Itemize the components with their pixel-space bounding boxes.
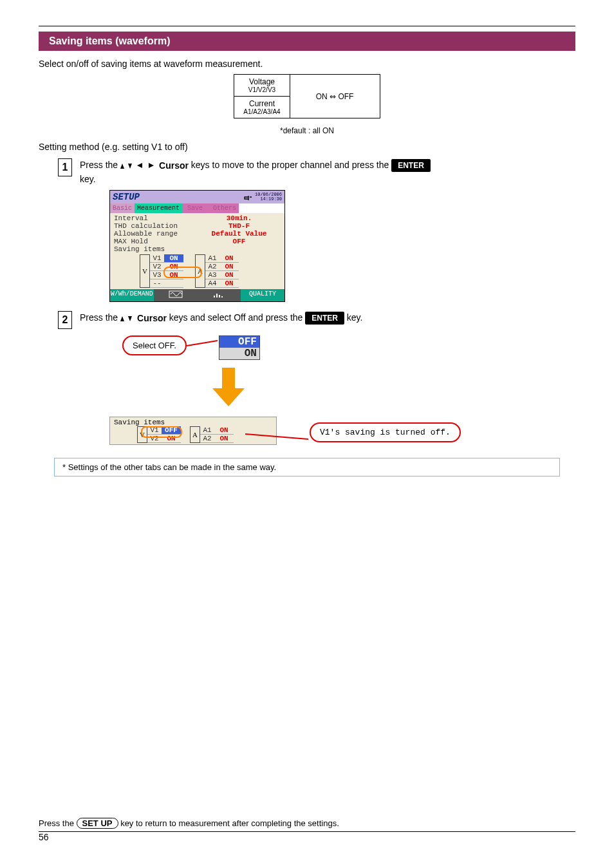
row-allow-value: Default Value (198, 230, 281, 238)
setup-key: SET UP (77, 818, 118, 829)
step-1: 1 Press the Cursor keys to move to the p… (58, 158, 575, 186)
result-a1-state: ON (214, 426, 234, 434)
method-label: Setting method (e.g. setting V1 to off) (39, 142, 575, 152)
wave-icon (169, 290, 183, 298)
row-max-label: MAX Hold (114, 238, 198, 245)
footer-btn-4[interactable]: QUALITY (241, 289, 284, 301)
svg-rect-8 (221, 296, 223, 297)
footer-btn-1[interactable]: W/Wh/DEMAND (110, 289, 154, 301)
result-v2-state: ON (162, 435, 181, 442)
popup-row: Select OFF. OFF ON (122, 335, 575, 360)
svg-marker-0 (120, 164, 124, 169)
svg-rect-6 (216, 294, 218, 297)
note-box: * Settings of the other tabs can be made… (54, 458, 560, 476)
bubble-select-off: Select OFF. (122, 335, 187, 355)
spec-voltage-label: Voltage V1/V2/V3 (234, 75, 290, 97)
off-on-popup[interactable]: OFF ON (219, 335, 260, 360)
bubble-turned-off: V1's saving is turned off. (310, 422, 461, 442)
row-interval-value: 30min. (198, 214, 281, 222)
row-thd-value: THD-F (198, 222, 281, 230)
tab-basic[interactable]: Basic (110, 203, 135, 213)
a3-state[interactable]: ON (219, 271, 239, 279)
tab-others[interactable]: Others (208, 203, 239, 213)
row-max-value: OFF (198, 238, 281, 245)
bubble-tail-2 (245, 433, 310, 443)
bubble-tail-1 (187, 339, 219, 350)
default-note: *default : all ON (39, 126, 575, 135)
v-section-label: V (140, 254, 150, 288)
bottom-note: Press the SET UP key to return to measur… (39, 818, 575, 842)
screen-title: SETUP (113, 192, 140, 202)
row-interval-label: Interval (114, 214, 198, 222)
footer-btn-3[interactable] (198, 289, 241, 301)
tab-save[interactable]: Save (182, 203, 208, 213)
enter-key-2: ENTER (305, 312, 344, 325)
page-header (39, 26, 575, 26)
a-section-label: A (195, 254, 205, 288)
step-2-number: 2 (58, 311, 72, 329)
screen-tabs: Basic Measurement Save Others (110, 203, 284, 213)
screen-footer: W/Wh/DEMAND QUALITY (110, 289, 284, 301)
svg-rect-5 (214, 296, 215, 297)
down-arrow-icon (212, 368, 575, 409)
step-1-text: Press the Cursor keys to move to the pro… (80, 158, 431, 186)
bar-icon (212, 290, 226, 298)
cursor-key-4way: Cursor (120, 159, 189, 173)
svg-rect-4 (169, 291, 182, 297)
row-allow-label: Allowable range (114, 230, 198, 238)
enter-key: ENTER (391, 159, 431, 172)
section-title-bar: Saving items (waveform) (39, 32, 575, 51)
svg-marker-11 (212, 368, 245, 406)
spec-value-cell: ON ⇔ OFF (290, 75, 380, 118)
a-cells: A1ON A2ON A3ON A4ON (205, 254, 239, 288)
svg-rect-7 (219, 295, 220, 297)
svg-marker-2 (137, 163, 142, 168)
a2-state[interactable]: ON (219, 263, 239, 270)
v2-state[interactable]: ON (164, 263, 183, 270)
tab-measurement[interactable]: Measurement (135, 203, 182, 213)
step-2: 2 Press the Cursor keys and select Off a… (58, 311, 575, 329)
spec-current-label: Current A1/A2/A3/A4 (234, 97, 290, 118)
cursor-key-updown: Cursor (120, 312, 167, 325)
plug-icon (243, 193, 252, 201)
step-2-text: Press the Cursor keys and select Off and… (80, 311, 362, 325)
footer-btn-2[interactable] (154, 289, 198, 301)
page-number: 56 (39, 832, 575, 842)
svg-marker-1 (128, 164, 132, 169)
saving-grid: V V1ON V2ON V3ON -- A A1ON A2ON A3ON (140, 254, 281, 288)
result-a2-state: ON (214, 435, 234, 442)
device-screenshot-1: SETUP 10/06/200614:19:30 Basic Measureme… (109, 190, 575, 302)
spec-table: Voltage V1/V2/V3 ON ⇔ OFF Current A1/A2/… (234, 74, 380, 118)
intro-text: Select on/off of saving items at wavefor… (39, 59, 575, 69)
svg-marker-9 (120, 316, 124, 321)
section-title: Saving items (waveform) (49, 35, 171, 46)
popup-on[interactable]: ON (219, 348, 259, 359)
row-thd-label: THD calculation (114, 222, 198, 230)
v3-state[interactable]: ON (164, 271, 183, 279)
step-1-number: 1 (58, 158, 72, 176)
svg-marker-3 (149, 163, 154, 168)
result-saving-label: Saving items (114, 419, 272, 426)
screen-datetime: 10/06/200614:19:30 (255, 193, 282, 202)
result-v1-state: OFF (162, 426, 181, 434)
a4-state[interactable]: ON (219, 279, 239, 287)
row-saving-label: Saving items (114, 245, 198, 253)
popup-off[interactable]: OFF (219, 336, 259, 348)
svg-marker-10 (128, 316, 132, 321)
device-screenshot-2: Saving items V V1OFF V2ON A A1ON A2ON V1… (109, 417, 277, 445)
v1-state[interactable]: ON (164, 254, 183, 262)
v-cells: V1ON V2ON V3ON -- (150, 254, 183, 288)
a1-state[interactable]: ON (219, 254, 239, 262)
